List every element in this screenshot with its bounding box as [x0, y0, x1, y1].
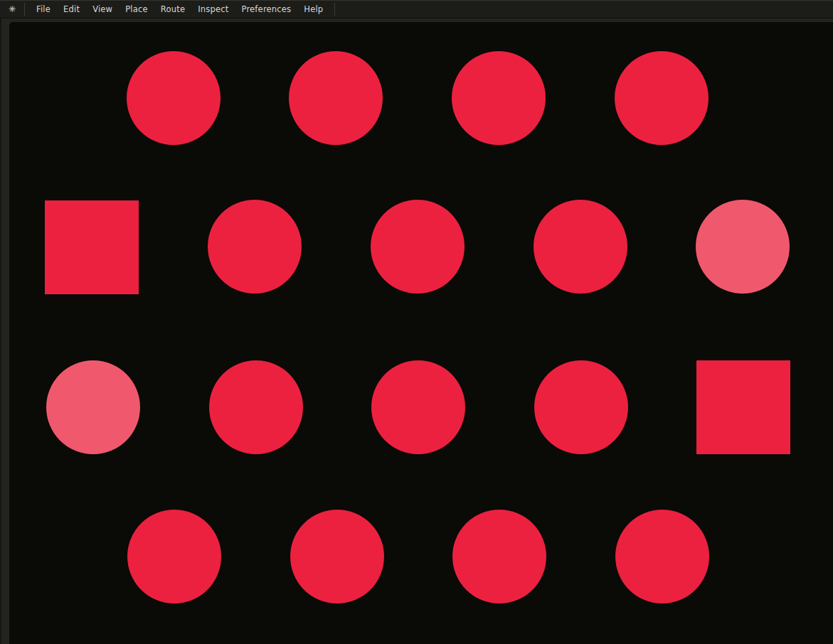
pad-circle[interactable]: [290, 510, 384, 603]
pad-circle[interactable]: [534, 200, 627, 294]
pad-square[interactable]: [696, 360, 790, 454]
pad-circle[interactable]: [615, 510, 709, 603]
pad-square[interactable]: [45, 200, 139, 294]
editor-canvas[interactable]: [9, 21, 833, 644]
menu-item-view[interactable]: View: [86, 1, 119, 18]
menu-item-route[interactable]: Route: [154, 1, 191, 18]
window-left-gutter: [0, 18, 9, 644]
pad-circle[interactable]: [127, 51, 221, 145]
menubar-separator-left: [24, 3, 25, 16]
pad-circle[interactable]: [208, 200, 302, 294]
menubar: ✳ FileEditViewPlaceRouteInspectPreferenc…: [0, 0, 833, 18]
pad-circle[interactable]: [615, 51, 709, 145]
menu-item-place[interactable]: Place: [119, 1, 154, 18]
menu-items-container: FileEditViewPlaceRouteInspectPreferences…: [30, 1, 329, 18]
menu-item-edit[interactable]: Edit: [57, 1, 86, 18]
pad-circle[interactable]: [534, 360, 628, 454]
app-icon: ✳: [5, 1, 19, 18]
pad-circle[interactable]: [209, 360, 303, 454]
pad-circle[interactable]: [452, 51, 546, 145]
menu-item-file[interactable]: File: [30, 1, 57, 18]
menu-item-preferences[interactable]: Preferences: [235, 1, 297, 18]
menu-item-inspect[interactable]: Inspect: [191, 1, 235, 18]
menubar-separator-right: [334, 3, 335, 16]
pad-circle[interactable]: [371, 200, 465, 294]
pad-circle[interactable]: [696, 200, 790, 294]
pad-circle[interactable]: [46, 360, 140, 454]
pad-circle[interactable]: [127, 510, 221, 603]
pad-circle[interactable]: [452, 510, 546, 603]
menu-item-help[interactable]: Help: [297, 1, 329, 18]
pad-circle[interactable]: [289, 51, 383, 145]
pad-circle[interactable]: [371, 360, 465, 454]
